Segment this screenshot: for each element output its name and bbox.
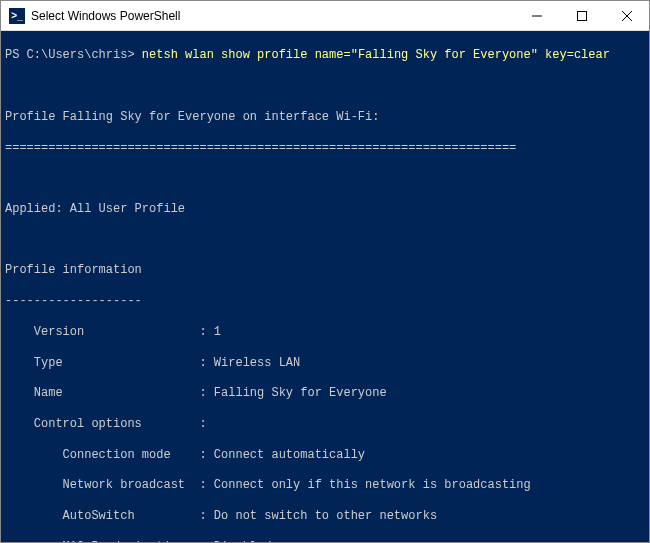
window-title: Select Windows PowerShell: [31, 9, 514, 23]
window-controls: [514, 1, 649, 30]
command-line: PS C:\Users\chris> netsh wlan show profi…: [5, 48, 645, 63]
titlebar: >_ Select Windows PowerShell: [1, 1, 649, 31]
profile-row: Version : 1: [5, 325, 645, 340]
terminal-output[interactable]: PS C:\Users\chris> netsh wlan show profi…: [1, 31, 649, 542]
section-title-profile-info: Profile information: [5, 263, 645, 278]
profile-row: AutoSwitch : Do not switch to other netw…: [5, 509, 645, 524]
close-button[interactable]: [604, 1, 649, 30]
powershell-icon: >_: [9, 8, 25, 24]
profile-row: Control options :: [5, 417, 645, 432]
profile-row: Connection mode : Connect automatically: [5, 448, 645, 463]
applied-line: Applied: All User Profile: [5, 202, 645, 217]
command-text: netsh wlan show profile name="Falling Sk…: [135, 48, 610, 62]
svg-rect-1: [577, 11, 586, 20]
divider: ========================================…: [5, 141, 645, 156]
profile-row: Network broadcast : Connect only if this…: [5, 478, 645, 493]
profile-header: Profile Falling Sky for Everyone on inte…: [5, 110, 645, 125]
maximize-button[interactable]: [559, 1, 604, 30]
profile-row: Name : Falling Sky for Everyone: [5, 386, 645, 401]
prompt-prefix: PS: [5, 48, 27, 62]
profile-row: MAC Randomization : Disabled: [5, 540, 645, 542]
minimize-button[interactable]: [514, 1, 559, 30]
prompt-path: C:\Users\chris>: [27, 48, 135, 62]
profile-row: Type : Wireless LAN: [5, 356, 645, 371]
